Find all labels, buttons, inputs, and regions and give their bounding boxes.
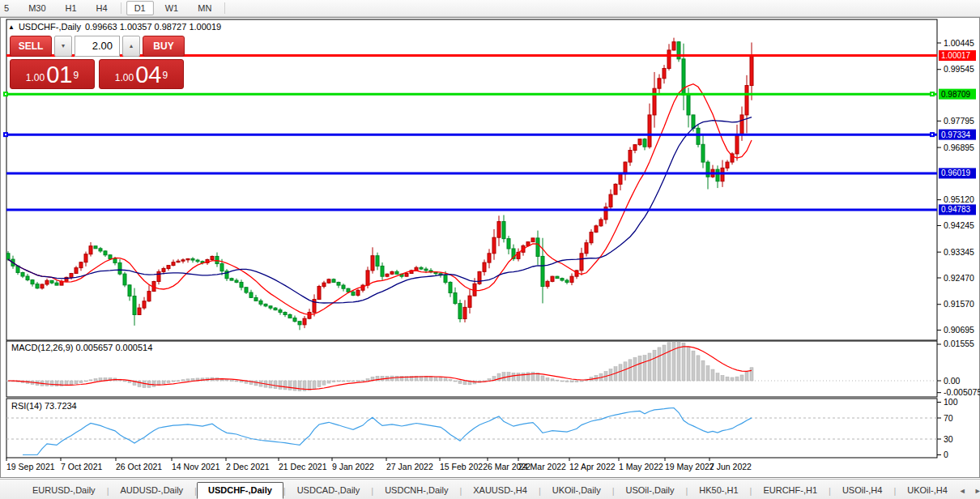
candle-body <box>6 254 10 259</box>
timeframe-MN[interactable]: MN <box>190 1 219 15</box>
tab-usdcad-daily[interactable]: USDCAD-,Daily <box>286 482 372 499</box>
macd-bar <box>638 356 641 381</box>
candle <box>556 276 559 279</box>
macd-bar <box>463 381 467 385</box>
symbol-tab-bar: EURUSD-,Daily|AUDUSD-,Daily|USDCHF-,Dail… <box>0 479 980 499</box>
collapse-icon[interactable]: ▲ <box>8 23 15 31</box>
tab-scroll-right-icon[interactable]: ► <box>974 487 980 495</box>
candle-body <box>322 283 326 286</box>
tab-ukoil-daily[interactable]: UKOil-,Daily <box>541 482 612 499</box>
macd-bar <box>288 381 292 390</box>
date-label: 19 May 2022 <box>665 462 714 471</box>
macd-bar <box>94 378 97 381</box>
price-tick-label: 0.92470 <box>944 273 974 283</box>
candle-body <box>721 168 724 181</box>
date-label: 1 May 2022 <box>619 462 663 471</box>
tab-xauusd-h4[interactable]: XAUUSD-,H4 <box>462 482 539 499</box>
macd-bar <box>658 348 661 381</box>
price-tick-label: 0.95120 <box>944 194 974 204</box>
tab-eurchf-h1[interactable]: EURCHF-,H1 <box>752 482 829 499</box>
tab-usdcnh-daily[interactable]: USDCNH-,Daily <box>373 482 459 499</box>
candle-body <box>245 288 248 292</box>
macd-bar <box>619 365 622 381</box>
tab-usoil-h4[interactable]: USOil-,H4 <box>831 482 894 499</box>
buy-button[interactable]: BUY <box>143 36 185 57</box>
candle-body <box>332 279 335 283</box>
volume-increase-button[interactable]: ▴ <box>122 36 140 57</box>
candle-body <box>672 42 675 50</box>
chart-title: ▲ USDCHF-,Daily 0.99663 1.00357 0.98727 … <box>8 22 221 32</box>
macd-bar <box>454 381 457 382</box>
rsi-tick-label: 70 <box>944 413 953 423</box>
candle-body <box>123 274 126 285</box>
tab-audusd-daily[interactable]: AUDUSD-,Daily <box>109 482 194 499</box>
candle-body <box>70 274 73 278</box>
candle-body <box>609 194 612 207</box>
bid-price-tile[interactable]: 1.00 01 9 <box>10 59 95 89</box>
macd-bar <box>672 342 675 381</box>
candle <box>94 246 97 249</box>
candle-body <box>235 280 238 282</box>
candle-body <box>211 256 214 259</box>
ask-price-tile[interactable]: 1.00 04 9 <box>99 59 184 89</box>
macd-bar <box>624 362 627 381</box>
candle-body <box>444 275 447 283</box>
tab-ukoil-h4[interactable]: UKOil-,H4 <box>896 482 959 499</box>
candle-body <box>133 296 136 315</box>
candle-body <box>648 115 651 147</box>
candle-body <box>667 50 671 69</box>
candle-body <box>628 151 632 163</box>
bid-price-small: 1.00 <box>26 70 45 86</box>
volume-decrease-button[interactable]: ▾ <box>54 36 72 57</box>
candle-body <box>376 256 379 267</box>
timeframe-M30[interactable]: M30 <box>20 1 53 15</box>
timeframe-W1[interactable]: W1 <box>157 1 187 15</box>
candle <box>152 281 156 292</box>
macd-bar <box>575 381 578 382</box>
tab-usdchf-daily[interactable]: USDCHF-,Daily <box>197 482 283 499</box>
macd-tick-label: 0.01555 <box>944 339 974 348</box>
candle-body <box>104 251 107 255</box>
timeframe-D1[interactable]: D1 <box>126 1 154 15</box>
macd-bar <box>580 381 583 382</box>
candle-body <box>196 260 199 262</box>
candle <box>638 139 641 146</box>
tab-eurusd-daily[interactable]: EURUSD-,Daily <box>21 482 107 499</box>
hline-handle-center <box>931 134 933 135</box>
macd-bar <box>745 372 748 381</box>
candle-body <box>157 271 160 281</box>
candle-body <box>697 128 700 144</box>
timeframe-5[interactable]: 5 <box>0 1 17 15</box>
date-label: 24 Mar 2022 <box>518 462 566 471</box>
tab-scroll-left-icon[interactable]: ◄ <box>959 487 966 495</box>
macd-bar <box>317 381 321 387</box>
candle-body <box>317 287 321 300</box>
candle <box>317 285 321 300</box>
candle-body <box>259 301 262 304</box>
macd-bar <box>429 377 432 381</box>
macd-bar <box>716 373 719 381</box>
candle <box>230 278 233 281</box>
tab-usoil-daily[interactable]: USOil-,Daily <box>615 482 686 499</box>
timeframe-H1[interactable]: H1 <box>58 1 85 15</box>
candle-body <box>36 284 39 288</box>
candle-body <box>337 282 340 285</box>
volume-input[interactable]: 2.00 <box>75 36 120 57</box>
candle-body <box>298 322 301 325</box>
macd-bar <box>653 350 656 381</box>
tab-hk50-h1[interactable]: HK50-,H1 <box>688 482 749 499</box>
candle-body <box>551 276 554 281</box>
macd-tick-label: 0.00 <box>944 376 961 386</box>
sell-button[interactable]: SELL <box>10 36 52 57</box>
candle-body <box>585 243 588 254</box>
candle-body <box>386 274 389 276</box>
hline-handle-center <box>931 93 933 95</box>
hline-handle-center <box>5 134 6 135</box>
date-label: 26 Oct 2021 <box>116 462 162 471</box>
candle-body <box>162 268 165 271</box>
timeframe-H4[interactable]: H4 <box>88 1 116 15</box>
macd-bar <box>177 381 180 382</box>
macd-bar <box>342 381 345 382</box>
date-label: 7 Jun 2022 <box>709 462 752 471</box>
macd-bar <box>79 381 83 383</box>
